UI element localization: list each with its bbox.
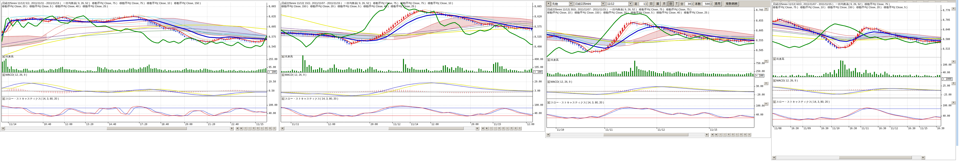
- count-spinner[interactable]: 500 ◢: [702, 2, 712, 6]
- tool-⊕-icon[interactable]: ⊕: [514, 126, 517, 130]
- chart-canvas-15min[interactable]: [280, 1, 545, 131]
- scrollbar-thumb[interactable]: [839, 156, 912, 159]
- tool-R-icon[interactable]: R: [509, 126, 514, 130]
- pane-marker-icon[interactable]: ◣: [547, 101, 550, 104]
- stochastics-pane-collapse-button[interactable]: ▼: [951, 101, 956, 104]
- tool-L-icon[interactable]: L: [260, 126, 264, 130]
- pane-marker-icon[interactable]: ◣: [2, 97, 5, 100]
- horizontal-scrollbar[interactable]: ◀ ▶ ◀▶+−▼DLR⊕✕: [546, 133, 770, 136]
- tool-L-icon[interactable]: L: [506, 126, 509, 130]
- tool-✕-icon[interactable]: ✕: [272, 126, 276, 130]
- stochastics-pane-collapse-button[interactable]: ▼: [764, 102, 768, 106]
- scrollbar-track[interactable]: [5, 126, 230, 130]
- pane-marker-icon[interactable]: ◣: [547, 80, 550, 83]
- volume-pane-collapse-button[interactable]: ▼: [951, 60, 956, 63]
- pane-marker-icon[interactable]: ◣: [773, 79, 776, 82]
- tool-▼-icon[interactable]: ▼: [497, 126, 501, 130]
- spinner-icon[interactable]: ◢: [691, 2, 693, 6]
- tool-R-icon[interactable]: R: [264, 126, 268, 130]
- tool-+-icon[interactable]: +: [719, 133, 722, 137]
- tool-⊕-icon[interactable]: ⊕: [743, 133, 747, 137]
- scroll-right-icon[interactable]: ▶: [921, 156, 925, 159]
- period-weekly-button[interactable]: 週: [655, 2, 660, 6]
- multi-symbol-button[interactable]: 複数銘柄: [724, 2, 739, 6]
- scroll-left-icon[interactable]: ◀: [1, 126, 5, 130]
- spinner-icon[interactable]: ◢: [645, 2, 647, 6]
- pane-marker-icon[interactable]: ◣: [547, 58, 550, 61]
- tool-+-icon[interactable]: +: [489, 126, 493, 130]
- period-daily-button[interactable]: 日: [648, 2, 654, 6]
- tool-+-icon[interactable]: +: [243, 126, 247, 130]
- chart-title-line1: 日経225mini 11/12( 30分, 2011/11/07 - 2011/…: [547, 8, 691, 11]
- stochastics-pane-label: ◣ スロー・ストキャスティクス( 14, 3, 80, 20 ): [547, 101, 604, 104]
- tool-▶-icon[interactable]: ▶: [714, 133, 718, 137]
- pane-marker-icon[interactable]: ◣: [2, 55, 5, 58]
- scrollbar-track[interactable]: [284, 126, 476, 130]
- scroll-right-icon[interactable]: ▶: [230, 126, 234, 130]
- scrollbar-track[interactable]: [550, 133, 705, 136]
- chart-canvas-30min[interactable]: [546, 1, 770, 137]
- horizontal-scrollbar[interactable]: ◀ ▶: [772, 156, 955, 159]
- pane-marker-icon[interactable]: ◣: [2, 74, 5, 76]
- minute-spinner[interactable]: 30 ◢: [685, 2, 694, 6]
- tool-✕-icon[interactable]: ✕: [518, 126, 522, 130]
- period-monthly-button[interactable]: 月: [661, 2, 667, 6]
- tool-−-icon[interactable]: −: [723, 133, 727, 137]
- scrollbar-track[interactable]: [776, 156, 921, 159]
- volume-pane-collapse-button[interactable]: ▼: [764, 60, 768, 63]
- macd-pane-collapse-button[interactable]: ▼: [764, 82, 768, 85]
- tool-▼-icon[interactable]: ▼: [252, 126, 256, 130]
- tool-▶-icon[interactable]: ▶: [239, 126, 243, 130]
- period-minute-button[interactable]: 分: [668, 2, 674, 6]
- scrollbar-thumb[interactable]: [107, 127, 187, 130]
- market-select[interactable]: 先物 ▼: [551, 2, 574, 6]
- pane-marker-icon[interactable]: ◣: [773, 58, 776, 60]
- tool-L-icon[interactable]: L: [735, 133, 739, 137]
- tool-⊕-icon[interactable]: ⊕: [268, 126, 272, 130]
- contract-select[interactable]: 11/12 ▼: [606, 2, 633, 6]
- tool-▼-icon[interactable]: ▼: [727, 133, 731, 137]
- scroll-right-icon[interactable]: ▶: [705, 133, 709, 137]
- scrollbar-thumb[interactable]: [603, 133, 688, 136]
- scroll-left-icon[interactable]: ◀: [772, 156, 776, 159]
- tool-◀-icon[interactable]: ◀: [235, 126, 239, 130]
- scrollbar-thumb[interactable]: [388, 127, 464, 130]
- chevron-down-icon[interactable]: ▼: [628, 2, 632, 6]
- apply-button[interactable]: 適用: [713, 2, 722, 6]
- price-pane-collapse-button[interactable]: ▼: [951, 7, 956, 10]
- scroll-right-icon[interactable]: ▶: [476, 126, 479, 130]
- pane-marker-icon[interactable]: ◣: [282, 74, 285, 76]
- chevron-down-icon[interactable]: ▼: [601, 2, 605, 6]
- tool-✕-icon[interactable]: ✕: [747, 133, 751, 137]
- tool-◀-icon[interactable]: ◀: [481, 126, 485, 130]
- tool-−-icon[interactable]: −: [248, 126, 251, 130]
- volume-pane-label: ◣ 出来高: [547, 58, 558, 62]
- macd-pane-title: MACD( 12, 26, 9 ): [6, 73, 27, 76]
- pane-marker-icon[interactable]: ◣: [282, 97, 285, 100]
- horizontal-scrollbar[interactable]: ◀ ▶ ◀▶+−▼DLR⊕✕: [1, 126, 278, 130]
- tool-−-icon[interactable]: −: [493, 126, 497, 130]
- pane-marker-icon[interactable]: ◣: [773, 101, 776, 103]
- tool-◀-icon[interactable]: ◀: [710, 133, 714, 137]
- bar-count-spinner[interactable]: 1 ◢: [639, 2, 648, 6]
- app-vertical-scrollbar[interactable]: [956, 0, 958, 146]
- tool-▶-icon[interactable]: ▶: [485, 126, 489, 130]
- symbol-select[interactable]: 日経225mini ▼: [574, 2, 606, 6]
- tool-D-icon[interactable]: D: [501, 126, 505, 130]
- tool-D-icon[interactable]: D: [256, 126, 260, 130]
- chart-canvas-60min[interactable]: [772, 0, 956, 160]
- chevron-down-icon[interactable]: ▼: [569, 2, 573, 6]
- spinner-icon[interactable]: ◢: [710, 2, 712, 6]
- scroll-left-icon[interactable]: ◀: [280, 126, 284, 130]
- horizontal-scrollbar[interactable]: ◀ ▶ ◀▶+−▼DLR⊕✕: [280, 126, 544, 130]
- window-menu-button[interactable]: ▼: [546, 2, 550, 6]
- macd-pane-collapse-button[interactable]: ▼: [951, 82, 956, 85]
- chart-canvas-5min[interactable]: [0, 1, 279, 131]
- price-pane-collapse-button[interactable]: ▼: [764, 8, 768, 11]
- tool-R-icon[interactable]: R: [739, 133, 743, 137]
- stochastics-pane-title: スロー・ストキャスティクス( 14, 3, 80, 20 ): [550, 101, 604, 104]
- pane-marker-icon[interactable]: ◣: [282, 55, 285, 58]
- period-tick-button[interactable]: T: [675, 2, 679, 6]
- tool-D-icon[interactable]: D: [731, 133, 735, 137]
- scroll-left-icon[interactable]: ◀: [546, 133, 550, 137]
